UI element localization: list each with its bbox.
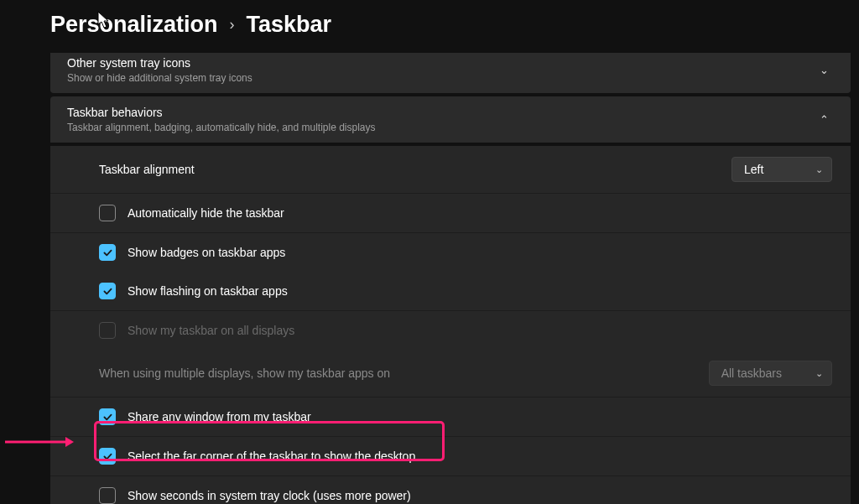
row-autohide[interactable]: Automatically hide the taskbar: [50, 193, 851, 232]
row-far-corner[interactable]: Select the far corner of the taskbar to …: [50, 436, 851, 475]
chevron-up-icon: ⌃: [815, 113, 832, 126]
dropdown-value: Left: [744, 163, 763, 176]
row-taskbar-alignment: Taskbar alignment Left ⌄: [50, 146, 851, 193]
dropdown-multi-displays: All taskbars ⌄: [709, 361, 832, 386]
row-label: Share any window from my taskbar: [128, 410, 311, 423]
checkbox-autohide[interactable]: [99, 205, 116, 221]
row-label: Show flashing on taskbar apps: [128, 284, 288, 298]
checkbox-badges[interactable]: [99, 244, 116, 261]
row-seconds[interactable]: Show seconds in system tray clock (uses …: [50, 475, 851, 504]
section-subtitle: Taskbar alignment, badging, automaticall…: [67, 122, 376, 133]
checkbox-far-corner[interactable]: [99, 448, 116, 465]
chevron-down-icon: ⌄: [815, 64, 832, 76]
settings-content: Other system tray icons Show or hide add…: [0, 53, 851, 504]
row-label: Show badges on taskbar apps: [128, 246, 285, 259]
dropdown-alignment[interactable]: Left ⌄: [731, 157, 832, 182]
row-label: Show my taskbar on all displays: [128, 324, 294, 337]
chevron-down-icon: ⌄: [815, 368, 823, 379]
row-multi-displays: When using multiple displays, show my ta…: [50, 350, 851, 397]
section-other-tray-icons[interactable]: Other system tray icons Show or hide add…: [50, 53, 851, 93]
section-taskbar-behaviors[interactable]: Taskbar behaviors Taskbar alignment, bad…: [50, 96, 851, 143]
chevron-down-icon: ⌄: [815, 164, 823, 175]
row-label: Select the far corner of the taskbar to …: [128, 449, 415, 463]
row-all-displays: Show my taskbar on all displays: [50, 310, 851, 350]
chevron-right-icon: ›: [230, 16, 235, 34]
row-label: Automatically hide the taskbar: [128, 206, 284, 220]
row-label: When using multiple displays, show my ta…: [99, 366, 390, 380]
breadcrumb-current: Taskbar: [247, 12, 332, 38]
dropdown-value: All taskbars: [721, 366, 782, 380]
checkbox-seconds[interactable]: [99, 487, 116, 504]
row-flashing[interactable]: Show flashing on taskbar apps: [50, 272, 851, 310]
row-label: Show seconds in system tray clock (uses …: [128, 489, 411, 502]
row-share-window[interactable]: Share any window from my taskbar: [50, 397, 851, 436]
breadcrumb: Personalization › Taskbar: [0, 0, 859, 53]
behaviors-body: Taskbar alignment Left ⌄ Automatically h…: [50, 146, 851, 504]
row-label: Taskbar alignment: [99, 163, 195, 176]
breadcrumb-parent[interactable]: Personalization: [50, 12, 218, 38]
checkbox-flashing[interactable]: [99, 283, 116, 299]
checkbox-all-displays: [99, 322, 116, 339]
section-title: Other system tray icons: [67, 56, 252, 70]
row-badges[interactable]: Show badges on taskbar apps: [50, 232, 851, 272]
checkbox-share-window[interactable]: [99, 408, 116, 425]
section-subtitle: Show or hide additional system tray icon…: [67, 72, 252, 84]
section-title: Taskbar behaviors: [67, 106, 376, 119]
